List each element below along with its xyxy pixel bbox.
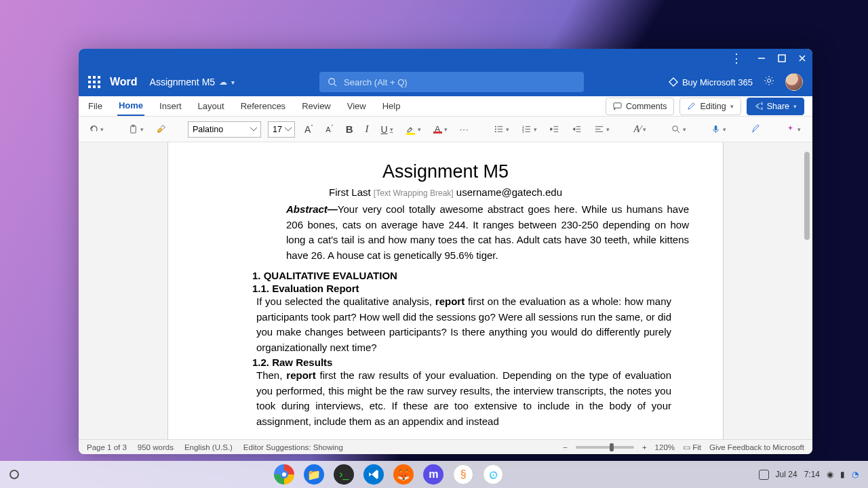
buy-m365-button[interactable]: Buy Microsoft 365: [669, 77, 753, 87]
battery-icon[interactable]: ▮: [840, 470, 845, 479]
tab-view[interactable]: View: [346, 96, 368, 116]
underline-button[interactable]: U▾: [378, 122, 396, 137]
tab-layout[interactable]: Layout: [197, 96, 226, 116]
svg-point-4: [768, 79, 771, 83]
font-family-select[interactable]: [188, 121, 261, 138]
italic-button[interactable]: I: [363, 121, 372, 137]
svg-point-10: [494, 131, 496, 132]
align-button[interactable]: ▾: [591, 122, 612, 136]
more-ribbon-button[interactable]: ···: [810, 122, 812, 136]
undo-button[interactable]: ▾: [85, 122, 106, 136]
paste-button[interactable]: ▾: [125, 122, 146, 136]
app-launcher-icon[interactable]: [88, 76, 100, 88]
launcher-button[interactable]: [9, 470, 19, 479]
tab-insert[interactable]: Insert: [158, 96, 183, 116]
status-words[interactable]: 950 words: [138, 443, 174, 451]
fit-button[interactable]: ▭ Fit: [683, 443, 701, 452]
zoom-in-button[interactable]: +: [642, 443, 647, 451]
tray-date[interactable]: Jul 24: [776, 470, 797, 479]
zoom-out-button[interactable]: −: [563, 443, 568, 451]
tab-file[interactable]: File: [87, 96, 104, 116]
terminal-icon[interactable]: ›_: [334, 464, 354, 485]
styles-button[interactable]: A⁄▾: [631, 122, 650, 137]
abstract-text: Your very cool totally awesome abstract …: [286, 203, 689, 261]
status-suggestions[interactable]: Editor Suggestions: Showing: [243, 443, 343, 451]
abstract-paragraph: Abstract—Your very cool totally awesome …: [286, 202, 689, 263]
search-input[interactable]: Search (Alt + Q): [319, 72, 584, 92]
tab-home[interactable]: Home: [117, 96, 144, 116]
status-bar: Page 1 of 3 950 words English (U.S.) Edi…: [79, 439, 812, 454]
minimize-icon[interactable]: [757, 54, 766, 63]
font-color-button[interactable]: A▾: [431, 123, 450, 136]
share-button[interactable]: Share▾: [747, 98, 804, 115]
editor-icon: [751, 124, 761, 134]
status-page[interactable]: Page 1 of 3: [87, 443, 127, 451]
doc-name[interactable]: Assignment M5 ☁ ▾: [150, 77, 235, 87]
font-size-select[interactable]: [268, 121, 295, 138]
notification-icon[interactable]: ◔: [852, 470, 859, 479]
bullets-icon: [494, 124, 504, 134]
document-page[interactable]: Assignment M5 First Last [Text Wrapping …: [167, 142, 724, 439]
wifi-icon[interactable]: ◉: [827, 470, 833, 479]
svg-rect-25: [715, 125, 717, 131]
chevron-down-icon: ▾: [793, 103, 797, 110]
zoom-level[interactable]: 120%: [655, 443, 675, 451]
paintbrush-icon: [156, 124, 166, 134]
more-font-button[interactable]: ···: [457, 122, 472, 136]
svg-text:3: 3: [521, 130, 524, 134]
numbering-button[interactable]: 123▾: [519, 122, 540, 136]
bullets-button[interactable]: ▾: [491, 122, 512, 136]
document-canvas[interactable]: Assignment M5 First Last [Text Wrapping …: [79, 142, 812, 439]
share-label: Share: [767, 102, 789, 111]
heading-1: 1. QUALITATIVE EVALUATION: [252, 270, 635, 281]
increase-font-button[interactable]: A˄: [302, 122, 316, 137]
comments-button[interactable]: Comments: [606, 98, 674, 115]
mastodon-icon[interactable]: m: [423, 464, 443, 485]
zoom-slider[interactable]: [576, 446, 634, 449]
mic-icon: [711, 124, 721, 134]
clipboard-icon: [128, 124, 138, 134]
tab-review[interactable]: Review: [300, 96, 332, 116]
settings-button[interactable]: [764, 75, 774, 89]
highlight-button[interactable]: ▾: [403, 122, 424, 137]
window-titlebar: ⋮: [79, 49, 812, 68]
editing-button[interactable]: Editing▾: [679, 98, 741, 115]
editor-button[interactable]: [748, 122, 764, 136]
status-language[interactable]: English (U.S.): [184, 443, 233, 451]
text-wrapping-break: [Text Wrapping Break]: [374, 188, 454, 198]
more-icon[interactable]: ⋮: [730, 51, 742, 66]
ribbon-home: ▾ ▾ A˄ A˅ B I U▾ ▾ A▾ ··· ▾ 123▾ ▾ A⁄▾ ▾: [79, 117, 812, 142]
doc-title: Assignment M5: [256, 161, 635, 182]
increase-indent-button[interactable]: [569, 122, 585, 136]
svg-point-8: [494, 126, 496, 127]
scrollbar-thumb[interactable]: [804, 152, 810, 240]
avatar[interactable]: [785, 73, 803, 91]
editing-label: Editing: [700, 102, 726, 111]
feedback-link[interactable]: Give Feedback to Microsoft: [709, 443, 804, 451]
vertical-scrollbar[interactable]: [803, 148, 810, 434]
vscode-icon[interactable]: [363, 464, 384, 485]
find-button[interactable]: ▾: [668, 122, 689, 136]
files-icon[interactable]: 📁: [304, 464, 324, 485]
bold-button[interactable]: B: [343, 121, 356, 137]
designer-button[interactable]: ▾: [783, 122, 804, 136]
maximize-icon[interactable]: [777, 54, 787, 63]
tray-icon[interactable]: [759, 470, 769, 480]
pencil-icon: [687, 102, 696, 110]
share-icon: [754, 102, 763, 110]
chrome-icon[interactable]: [274, 464, 294, 485]
ribbon-tabs: File Home Insert Layout References Revie…: [79, 96, 812, 117]
dictate-button[interactable]: ▾: [708, 122, 729, 136]
decrease-indent-button[interactable]: [547, 122, 562, 136]
format-painter-button[interactable]: [153, 122, 169, 136]
tab-help[interactable]: Help: [381, 96, 402, 116]
copilot-icon[interactable]: ⊙: [483, 464, 503, 485]
app-icon-1[interactable]: 🦊: [393, 464, 414, 485]
heading-1-1: 1.1. Evaluation Report: [252, 283, 635, 294]
decrease-font-button[interactable]: A˅: [323, 123, 336, 136]
app-icon-2[interactable]: §: [453, 464, 473, 485]
paragraph-1-1: If you selected the qualitative analysis…: [256, 294, 671, 355]
tab-references[interactable]: References: [239, 96, 287, 116]
tray-time[interactable]: 7:14: [804, 470, 820, 479]
close-icon[interactable]: [797, 54, 807, 63]
